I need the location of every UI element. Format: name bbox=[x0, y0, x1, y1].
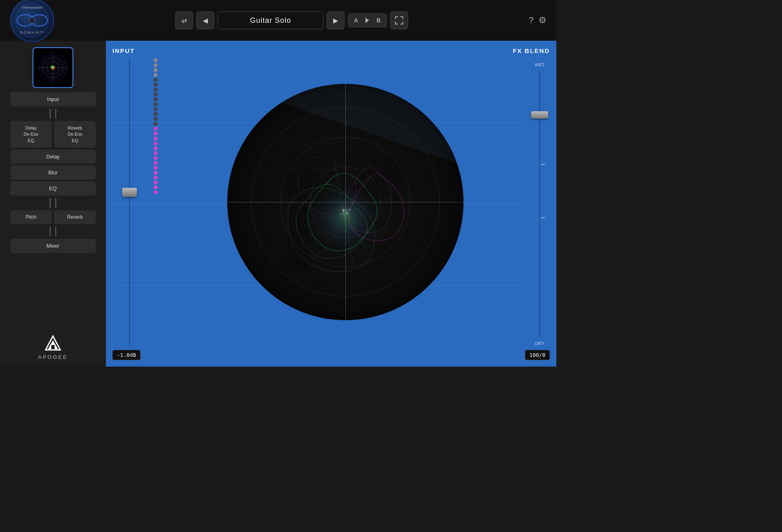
fx-blend-handle[interactable] bbox=[531, 111, 548, 119]
apogee-icon bbox=[44, 334, 62, 352]
radar-display bbox=[166, 58, 525, 346]
svg-text:Clearmountain's: Clearmountain's bbox=[21, 6, 43, 9]
preset-name: Guitar Solo bbox=[217, 11, 323, 29]
nav-mixer[interactable]: Mixer bbox=[10, 239, 96, 253]
fx-tick-1 bbox=[541, 164, 545, 165]
vu-dot bbox=[154, 97, 158, 101]
apogee-label: APOGEE bbox=[38, 354, 68, 360]
vu-dot bbox=[154, 73, 158, 77]
vu-dot bbox=[154, 63, 158, 67]
help-button[interactable]: ? bbox=[529, 15, 534, 26]
radar-visualization bbox=[227, 84, 463, 320]
main-panel: INPUT FX BLEND bbox=[106, 41, 556, 367]
sidebar-nav: Input DelayDe-EssEQ ReverbDe-EssEQ Delay… bbox=[5, 92, 101, 253]
main-fader bbox=[112, 58, 147, 346]
transport-area: ⇄ ◀ Guitar Solo ▶ A B bbox=[175, 11, 408, 29]
svg-point-4 bbox=[29, 17, 35, 24]
sidebar: Input DelayDe-EssEQ ReverbDe-EssEQ Delay… bbox=[0, 41, 106, 367]
nav-row-pitch-reverb: Pitch Reverb bbox=[10, 210, 96, 224]
vu-dot-active bbox=[154, 136, 158, 141]
ab-a-button[interactable]: A bbox=[348, 14, 364, 27]
nav-pitch[interactable]: Pitch bbox=[10, 210, 52, 224]
fx-blend-value-display: 100/0 bbox=[525, 350, 550, 360]
vu-dot bbox=[154, 83, 158, 87]
ab-play-icon[interactable] bbox=[365, 18, 369, 23]
ab-group: A B bbox=[348, 13, 387, 27]
vu-dot-active bbox=[154, 180, 158, 185]
vu-dot bbox=[154, 88, 158, 92]
svg-point-15 bbox=[53, 67, 55, 69]
nav-delay[interactable]: Delay bbox=[10, 149, 96, 164]
vu-dot bbox=[154, 107, 158, 111]
vu-dot bbox=[154, 92, 158, 97]
panel-bottom: -1.0dB 100/0 bbox=[112, 350, 550, 360]
svg-rect-18 bbox=[51, 345, 55, 349]
vu-dot-active bbox=[154, 166, 158, 170]
fader-value-display: -1.0dB bbox=[112, 350, 141, 360]
nav-delay-deess-eq[interactable]: DelayDe-EssEQ bbox=[10, 121, 52, 148]
dry-label: DRY bbox=[535, 341, 544, 346]
vu-dot-active bbox=[154, 146, 158, 150]
svg-point-25 bbox=[349, 209, 350, 210]
nav-blur[interactable]: Blur bbox=[10, 165, 96, 180]
ab-b-button[interactable]: B bbox=[371, 14, 386, 27]
fx-slider-track bbox=[539, 71, 540, 337]
app-logo: Clearmountain's DOMAIN™ bbox=[10, 0, 55, 43]
radar-preview[interactable] bbox=[33, 47, 73, 88]
pitch-reverb-sliders bbox=[50, 226, 56, 236]
fx-tick-2 bbox=[541, 218, 545, 218]
vu-dot-active bbox=[154, 151, 158, 155]
fader-track bbox=[129, 58, 130, 346]
apogee-logo: APOGEE bbox=[38, 334, 68, 360]
top-bar: Clearmountain's DOMAIN™ ⇄ ◀ Guitar Solo … bbox=[0, 0, 556, 41]
vu-meter bbox=[150, 58, 161, 346]
vu-dot bbox=[154, 112, 158, 116]
shuffle-button[interactable]: ⇄ bbox=[175, 11, 193, 29]
fader-handle[interactable] bbox=[122, 188, 137, 197]
vu-dot-active bbox=[154, 141, 158, 145]
main-content: Input DelayDe-EssEQ ReverbDe-EssEQ Delay… bbox=[0, 41, 556, 367]
svg-point-24 bbox=[341, 214, 342, 215]
settings-button[interactable]: ⚙ bbox=[538, 15, 547, 26]
vu-dot bbox=[154, 102, 158, 106]
nav-row-delay-reverb: DelayDe-EssEQ ReverbDe-EssEQ bbox=[10, 121, 96, 148]
next-button[interactable]: ▶ bbox=[327, 11, 345, 29]
input-sliders bbox=[50, 109, 56, 119]
vu-dot-active bbox=[154, 127, 158, 131]
svg-point-14 bbox=[51, 66, 53, 68]
vu-dot bbox=[154, 68, 158, 72]
fullscreen-button[interactable] bbox=[390, 11, 408, 29]
nav-eq[interactable]: EQ bbox=[10, 181, 96, 196]
nav-reverb[interactable]: Reverb bbox=[54, 210, 96, 224]
fader-vu-area bbox=[112, 58, 161, 346]
vu-dot-active bbox=[154, 185, 158, 189]
vu-dot-active bbox=[154, 176, 158, 180]
top-right-icons: ? ⚙ bbox=[529, 15, 547, 26]
vu-dot-active bbox=[154, 171, 158, 175]
vu-dot bbox=[154, 122, 158, 126]
logo-area: Clearmountain's DOMAIN™ bbox=[10, 0, 55, 43]
input-label: INPUT bbox=[112, 47, 135, 54]
wet-label: WET bbox=[535, 62, 545, 67]
vu-dot bbox=[154, 58, 158, 62]
vu-dot-active bbox=[154, 132, 158, 136]
vu-dot-active bbox=[154, 161, 158, 165]
nav-reverb-deess-eq[interactable]: ReverbDe-EssEQ bbox=[54, 121, 96, 148]
panel-inner: WET DRY bbox=[112, 58, 550, 346]
eq-sliders bbox=[50, 198, 56, 208]
svg-text:DOMAIN™: DOMAIN™ bbox=[20, 31, 44, 35]
vu-dot bbox=[154, 117, 158, 121]
fx-blend-label: FX BLEND bbox=[513, 47, 550, 54]
fx-blend-area: WET DRY bbox=[529, 58, 550, 346]
vu-dot-active bbox=[154, 156, 158, 160]
vu-dot bbox=[154, 78, 158, 82]
prev-button[interactable]: ◀ bbox=[196, 11, 214, 29]
nav-input[interactable]: Input bbox=[10, 92, 96, 106]
vu-dot-active bbox=[154, 190, 158, 194]
panel-top: INPUT FX BLEND bbox=[112, 47, 550, 54]
radar-circle bbox=[227, 84, 463, 320]
